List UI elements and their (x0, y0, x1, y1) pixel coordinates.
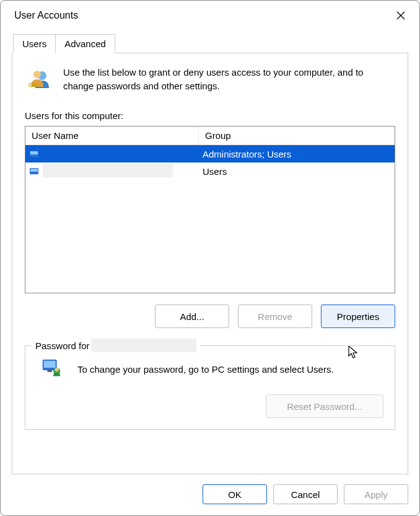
user-list-label: Users for this computer: (25, 110, 395, 121)
user-row[interactable]: Users (25, 162, 395, 180)
user-group-cell: Administrators; Users (199, 149, 395, 159)
user-monitor-icon (40, 357, 64, 381)
column-header-group[interactable]: Group (199, 127, 395, 145)
redacted-username (43, 146, 173, 160)
redacted-username (91, 339, 196, 352)
apply-button: Apply (344, 484, 408, 504)
close-icon (396, 11, 405, 20)
tab-strip: Users Advanced (13, 34, 419, 53)
user-accounts-window: User Accounts Users Advanced Use the lis… (0, 0, 420, 516)
user-row[interactable]: Administrators; Users (25, 145, 395, 162)
properties-button[interactable]: Properties (321, 305, 395, 328)
add-button[interactable]: Add... (155, 305, 229, 328)
users-keys-icon (27, 68, 52, 93)
redacted-username (43, 164, 173, 177)
password-button-row: Reset Password... (37, 394, 383, 418)
intro-section: Use the list below to grant or deny user… (25, 66, 395, 93)
password-legend: Password for (32, 339, 200, 352)
svg-point-1 (33, 71, 41, 78)
window-title: User Accounts (14, 10, 78, 21)
column-header-username[interactable]: User Name (25, 127, 199, 145)
tab-advanced[interactable]: Advanced (55, 34, 115, 53)
svg-rect-10 (47, 370, 52, 372)
user-icon (29, 149, 39, 159)
tab-panel-users: Use the list below to grant or deny user… (12, 53, 408, 474)
user-group-cell: Users (199, 166, 395, 177)
close-button[interactable] (392, 7, 409, 24)
svg-rect-9 (44, 361, 56, 368)
intro-text: Use the list below to grant or deny user… (63, 66, 395, 93)
password-instruction-text: To change your password, go to PC settin… (77, 364, 334, 375)
svg-rect-5 (30, 151, 38, 154)
svg-point-12 (55, 368, 59, 371)
cancel-button[interactable]: Cancel (273, 484, 338, 504)
list-header: User Name Group (25, 127, 395, 145)
reset-password-button: Reset Password... (266, 394, 383, 418)
user-list[interactable]: User Name Group Administrators; Users Us… (25, 126, 395, 293)
password-section: Password for To change your password, go… (25, 345, 395, 430)
tab-users[interactable]: Users (13, 34, 56, 53)
user-name-cell (43, 164, 199, 179)
user-name-cell (43, 146, 199, 162)
user-icon (29, 166, 39, 176)
svg-rect-7 (30, 169, 38, 172)
user-buttons-row: Add... Remove Properties (25, 305, 395, 328)
password-info-row: To change your password, go to PC settin… (37, 357, 383, 381)
dialog-footer: OK Cancel Apply (1, 474, 419, 515)
ok-button[interactable]: OK (203, 484, 267, 504)
titlebar: User Accounts (1, 1, 419, 29)
remove-button: Remove (238, 305, 312, 328)
svg-point-3 (29, 84, 32, 86)
password-legend-prefix: Password for (35, 340, 90, 351)
